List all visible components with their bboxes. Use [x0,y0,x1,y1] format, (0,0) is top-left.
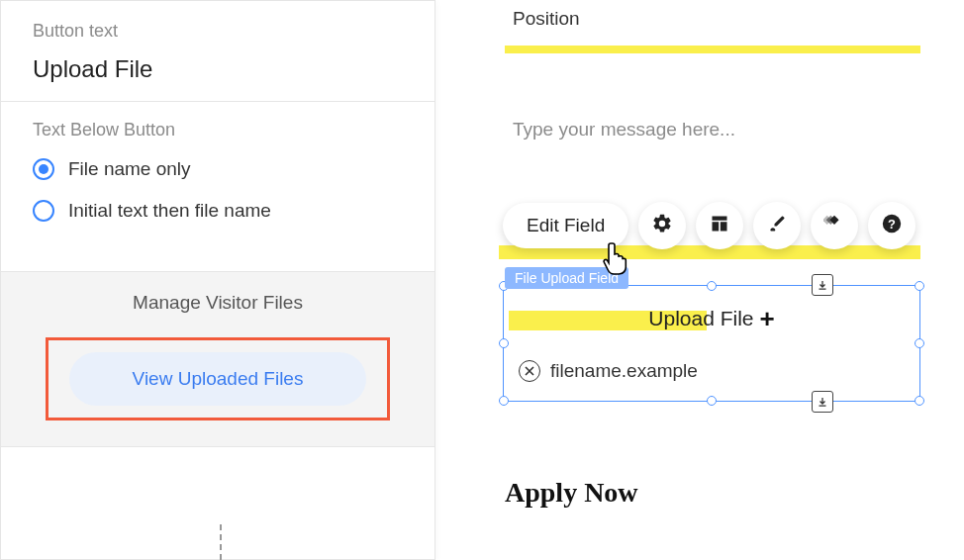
radio-file-name-only[interactable]: File name only [33,158,403,180]
layout-button[interactable] [696,202,743,249]
help-button[interactable]: ? [868,202,916,249]
text-below-button-section: Text Below Button File name only Initial… [1,102,434,271]
upload-file-button[interactable]: Upload File + [509,297,915,340]
download-handle-top[interactable] [812,274,833,296]
resize-handle[interactable] [915,338,924,348]
question-icon: ? [881,213,903,238]
filename-row: filename.example [519,360,698,382]
layout-icon [710,214,729,237]
manage-visitor-files-title: Manage Visitor Files [1,292,434,314]
gear-icon [651,213,673,238]
settings-button[interactable] [638,202,686,249]
pointer-cursor-icon [600,239,635,283]
resize-handle[interactable] [499,396,509,406]
design-button[interactable] [753,202,801,249]
brush-icon [767,214,787,237]
upload-file-label: Upload File [648,307,753,330]
radio-label: Initial text then file name [68,200,271,222]
svg-text:?: ? [888,217,896,232]
button-text-input[interactable] [33,55,403,83]
dashed-guide [220,524,222,560]
radio-label: File name only [68,158,191,180]
animation-icon [823,213,845,238]
x-icon [525,366,534,376]
settings-panel: Button text Text Below Button File name … [0,0,435,560]
view-uploaded-files-button[interactable]: View Uploaded Files [69,352,366,406]
resize-handle[interactable] [499,338,509,348]
filename-text: filename.example [550,360,698,382]
form-canvas: Position Type your message here... Edit … [465,0,964,560]
position-field-underline[interactable] [505,46,920,53]
radio-icon [33,200,54,222]
message-textarea-placeholder[interactable]: Type your message here... [513,119,735,140]
animation-button[interactable] [811,202,858,249]
plus-icon: + [760,304,775,334]
text-below-button-label: Text Below Button [33,120,403,140]
resize-handle[interactable] [707,281,717,291]
position-label: Position [513,8,580,30]
resize-handle[interactable] [915,281,924,291]
highlight-frame: View Uploaded Files [46,337,390,420]
apply-now-heading: Apply Now [505,477,638,509]
download-handle-bottom[interactable] [812,391,833,413]
button-text-section: Button text [1,1,434,101]
resize-handle[interactable] [915,396,924,406]
remove-file-button[interactable] [519,360,540,382]
radio-icon [33,158,54,180]
radio-initial-then-file-name[interactable]: Initial text then file name [33,200,403,222]
resize-handle[interactable] [707,396,717,406]
button-text-label: Button text [33,21,403,42]
field-toolbar: Edit Field ? [503,198,916,253]
manage-visitor-files-section: Manage Visitor Files View Uploaded Files [1,271,434,447]
